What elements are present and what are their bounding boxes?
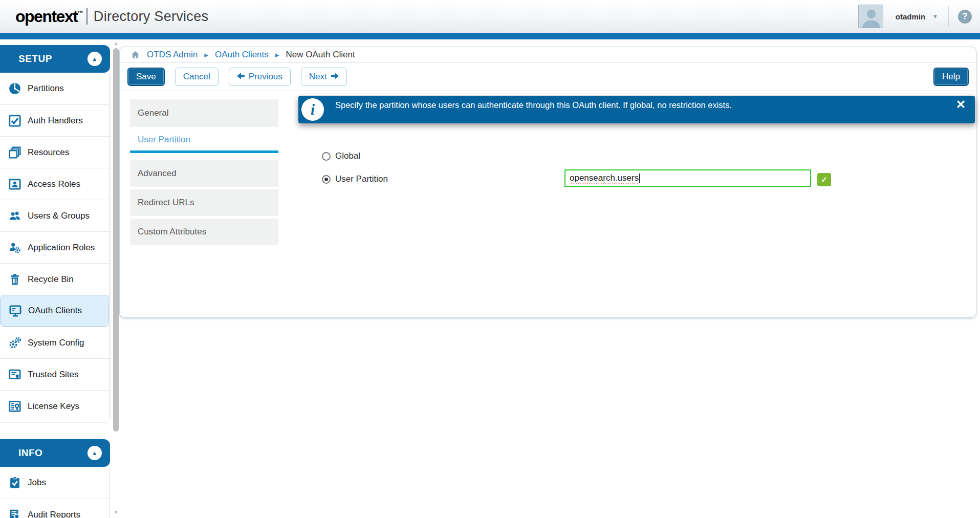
brand: opentext™ Directory Services: [15, 0, 208, 33]
scrollbar-up-icon[interactable]: ▲: [113, 41, 119, 46]
sidebar-item-application-roles[interactable]: Application Roles: [0, 231, 110, 263]
breadcrumb-separator-icon: ▶: [204, 52, 208, 58]
scrollbar-down-icon[interactable]: ▼: [113, 510, 119, 515]
clipboard-check-icon: [7, 476, 23, 489]
sidebar-item-label: Jobs: [28, 478, 46, 488]
partitions-icon: [7, 82, 23, 95]
tab-label: Custom Attributes: [138, 227, 206, 237]
people-icon: [7, 209, 23, 223]
main-content-panel: OTDS Admin ▶ OAuth Clients ▶ New OAuth C…: [119, 47, 976, 318]
sidebar-item-audit-reports[interactable]: Audit Reports: [0, 499, 110, 518]
report-magnifier-icon: [7, 508, 23, 518]
user-partition-option-row: User Partition: [322, 174, 388, 184]
sidebar-setup-items: Partitions Auth Handlers Resources Acces…: [0, 73, 110, 422]
avatar[interactable]: [858, 5, 883, 28]
save-button[interactable]: Save: [127, 68, 165, 86]
cancel-button-label: Cancel: [183, 72, 210, 82]
stacked-pages-icon: [7, 146, 23, 159]
next-button-label: Next: [309, 72, 327, 82]
sidebar-item-system-config[interactable]: System Config: [0, 327, 110, 358]
help-icon[interactable]: ?: [958, 10, 972, 24]
sidebar-item-access-roles[interactable]: Access Roles: [0, 168, 110, 200]
global-option-row: Global: [322, 151, 360, 161]
trash-icon: [7, 273, 23, 286]
certificate-icon: [7, 368, 23, 381]
product-title: Directory Services: [94, 9, 208, 25]
partition-input[interactable]: opensearch.users: [564, 169, 811, 187]
sidebar-item-label: Users & Groups: [28, 211, 90, 221]
breadcrumb: OTDS Admin ▶ OAuth Clients ▶ New OAuth C…: [120, 47, 976, 63]
sidebar-section-setup[interactable]: SETUP ▲: [0, 45, 110, 73]
sidebar-item-label: Resources: [28, 147, 69, 158]
tab-user-partition[interactable]: User Partition: [130, 129, 278, 153]
valid-check-icon: ✓: [817, 173, 831, 186]
info-icon: i: [301, 98, 324, 121]
close-icon[interactable]: ✕: [956, 99, 966, 111]
text-cursor: [639, 174, 640, 183]
breadcrumb-separator-icon: ▶: [275, 52, 279, 58]
breadcrumb-current: New OAuth Client: [286, 50, 355, 60]
sidebar-item-label: Auth Handlers: [28, 116, 83, 126]
sidebar-item-label: Audit Reports: [28, 510, 80, 518]
sidebar-item-trusted-sites[interactable]: Trusted Sites: [0, 358, 110, 390]
opentext-logo: opentext™: [15, 7, 82, 26]
tab-advanced[interactable]: Advanced: [130, 160, 278, 187]
collapse-icon[interactable]: ▲: [88, 52, 102, 66]
tab-custom-attributes[interactable]: Custom Attributes: [130, 219, 278, 245]
tab-general[interactable]: General: [130, 99, 278, 127]
tab-redirect-urls[interactable]: Redirect URLs: [130, 189, 278, 216]
global-radio-label: Global: [335, 151, 360, 161]
arrow-left-icon: [237, 72, 245, 82]
tab-label: Redirect URLs: [138, 198, 194, 208]
sidebar-item-users-groups[interactable]: Users & Groups: [0, 200, 110, 231]
sidebar-item-label: Partitions: [28, 83, 64, 94]
user-partition-radio-label: User Partition: [335, 174, 388, 184]
sidebar-section-info[interactable]: INFO ▲: [0, 439, 110, 467]
info-banner: i Specify the partition whose users can …: [298, 96, 975, 123]
username[interactable]: otadmin: [896, 12, 925, 21]
collapse-icon[interactable]: ▲: [88, 446, 102, 460]
user-area: otadmin ▼ ?: [858, 0, 972, 33]
sidebar-info-items: Jobs Audit Reports: [0, 467, 110, 518]
sidebar-scrollbar-thumb[interactable]: [113, 48, 119, 431]
section-title: SETUP: [18, 53, 52, 64]
sidebar-item-license-keys[interactable]: License Keys: [0, 390, 110, 422]
id-card-icon: [7, 178, 23, 191]
sidebar-item-oauth-clients[interactable]: OAuth Clients: [0, 295, 109, 327]
person-gear-icon: [7, 241, 23, 254]
previous-button[interactable]: Previous: [229, 68, 291, 86]
header-divider: [948, 6, 949, 27]
checkbox-icon: [7, 114, 23, 127]
save-button-label: Save: [136, 72, 156, 82]
global-radio[interactable]: [322, 152, 331, 161]
sidebar-item-resources[interactable]: Resources: [0, 136, 110, 168]
sidebar-item-label: Access Roles: [28, 179, 80, 189]
breadcrumb-link-oauth-clients[interactable]: OAuth Clients: [215, 50, 269, 60]
sidebar-item-label: Trusted Sites: [28, 370, 79, 380]
help-button-label: Help: [942, 72, 960, 82]
breadcrumb-link-otds-admin[interactable]: OTDS Admin: [147, 50, 198, 60]
help-button[interactable]: Help: [933, 68, 969, 86]
tab-label: General: [138, 108, 168, 118]
sidebar-item-recycle-bin[interactable]: Recycle Bin: [0, 263, 110, 295]
sidebar-item-partitions[interactable]: Partitions: [0, 73, 110, 104]
sidebar-item-auth-handlers[interactable]: Auth Handlers: [0, 104, 110, 136]
app-header: opentext™ Directory Services otadmin ▼ ?: [0, 0, 980, 33]
sidebar-item-label: License Keys: [28, 401, 79, 412]
logo-divider: [86, 8, 88, 25]
info-banner-text: Specify the partition whose users can au…: [335, 100, 732, 110]
user-partition-radio[interactable]: [322, 175, 331, 184]
sidebar-item-label: Application Roles: [28, 243, 95, 253]
sidebar-item-label: System Config: [28, 338, 84, 348]
cancel-button[interactable]: Cancel: [175, 68, 219, 86]
monitor-icon: [7, 304, 24, 317]
sidebar-item-label: OAuth Clients: [28, 306, 82, 316]
arrow-right-icon: [331, 72, 339, 82]
trademark-symbol: ™: [77, 10, 82, 16]
sidebar-item-jobs[interactable]: Jobs: [0, 467, 110, 499]
next-button[interactable]: Next: [301, 68, 347, 86]
tab-label: User Partition: [138, 135, 190, 145]
chevron-down-icon[interactable]: ▼: [932, 13, 938, 19]
previous-button-label: Previous: [249, 72, 282, 82]
home-icon[interactable]: [130, 50, 140, 59]
